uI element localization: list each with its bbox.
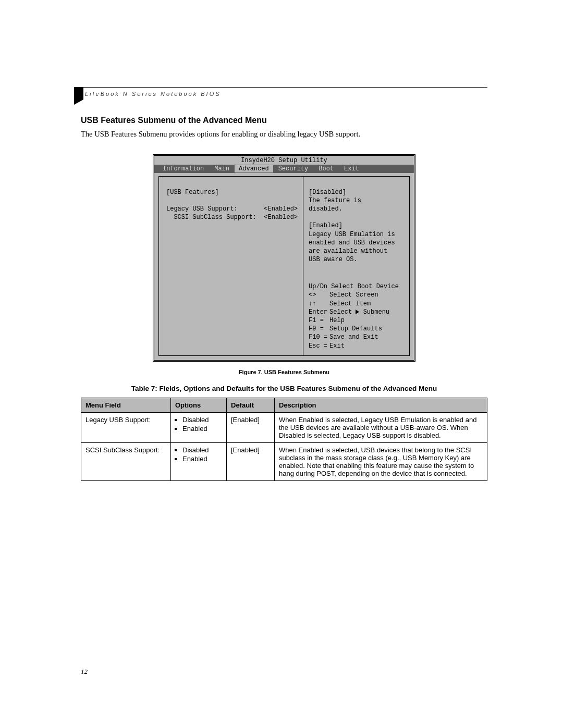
table-header-cell: Options — [171, 398, 227, 412]
bios-tab-boot[interactable]: Boot — [313, 165, 339, 172]
bios-help-description-line: disabled. — [309, 205, 404, 213]
bios-help-description-line: [Disabled] — [309, 188, 404, 196]
cell-menu-field: SCSI SubClass Support: — [81, 442, 171, 480]
running-head: LifeBook N Series Notebook BIOS — [85, 91, 221, 97]
table-header-cell: Default — [227, 398, 275, 412]
cell-menu-field: Legacy USB Support: — [81, 412, 171, 442]
table-row: SCSI SubClass Support:DisabledEnabled[En… — [81, 442, 487, 480]
table-title: Table 7: Fields, Options and Defaults fo… — [81, 385, 487, 392]
bios-tab-main[interactable]: Main — [209, 165, 235, 172]
bios-key-help-line: Esc =Exit — [309, 342, 404, 350]
option-item: Enabled — [182, 425, 222, 433]
bios-help-description-line: Legacy USB Emulation is — [309, 230, 404, 239]
bios-key-help-line: <>Select Screen — [309, 291, 404, 299]
bios-left-panel: [USB Features] Legacy USB Support: <Enab… — [159, 177, 303, 355]
bios-help-description-line: USB aware OS. — [309, 255, 404, 264]
bios-tab-advanced[interactable]: Advanced — [235, 165, 273, 172]
bios-tab-information[interactable]: Information — [157, 165, 209, 172]
bios-help-description-line — [309, 213, 404, 221]
document-page: LifeBook N Series Notebook BIOS USB Feat… — [0, 0, 563, 728]
cell-default: [Enabled] — [227, 442, 275, 480]
cell-description: When Enabled is selected, Legacy USB Emu… — [275, 412, 487, 442]
bios-help-description-line: are available without — [309, 247, 404, 255]
bios-menu-tabs: InformationMainAdvancedSecurityBootExit — [154, 165, 414, 173]
bios-key-help-line: ↓↑Select Item — [309, 300, 404, 308]
bios-right-panel: [Disabled]The feature isdisabled. [Enabl… — [303, 177, 409, 355]
bios-tab-exit[interactable]: Exit — [339, 165, 364, 172]
option-item: Disabled — [182, 446, 222, 454]
fields-table: Menu FieldOptionsDefaultDescription Lega… — [81, 398, 487, 481]
bios-tab-security[interactable]: Security — [273, 165, 314, 172]
table-header-row: Menu FieldOptionsDefaultDescription — [81, 398, 487, 412]
option-item: Enabled — [182, 455, 222, 463]
table-row: Legacy USB Support:DisabledEnabled[Enabl… — [81, 412, 487, 442]
bios-screen: InsydeH20 Setup Utility InformationMainA… — [153, 154, 415, 362]
cell-options: DisabledEnabled — [171, 442, 227, 480]
bios-help-description-line: [Enabled] — [309, 221, 404, 230]
bios-key-help-line: F1 =Help — [309, 316, 404, 325]
cell-description: When Enabled is selected, USB devices th… — [275, 442, 487, 480]
page-content: USB Features Submenu of the Advanced Men… — [81, 116, 487, 481]
bios-utility-title: InsydeH20 Setup Utility — [154, 156, 414, 165]
bios-key-help-line: F9 =Setup Defaults — [309, 325, 404, 333]
page-number: 12 — [81, 668, 88, 676]
header-rule — [81, 87, 487, 88]
section-title: USB Features Submenu of the Advanced Men… — [81, 116, 487, 125]
bios-key-help-line: EnterSelect Submenu — [309, 308, 404, 316]
table-header-cell: Description — [275, 398, 487, 412]
option-item: Disabled — [182, 416, 222, 424]
bios-key-help-line: F10 =Save and Exit — [309, 333, 404, 341]
table-header-cell: Menu Field — [81, 398, 171, 412]
cell-options: DisabledEnabled — [171, 412, 227, 442]
intro-text: The USB Features Submenu provides option… — [81, 129, 487, 140]
bios-help-description-line: enabled and USB devices — [309, 239, 404, 247]
figure-caption: Figure 7. USB Features Submenu — [81, 369, 487, 375]
cell-default: [Enabled] — [227, 412, 275, 442]
bios-key-help-line: Up/Dn Select Boot Device — [309, 282, 404, 291]
bios-help-description-line: The feature is — [309, 196, 404, 205]
